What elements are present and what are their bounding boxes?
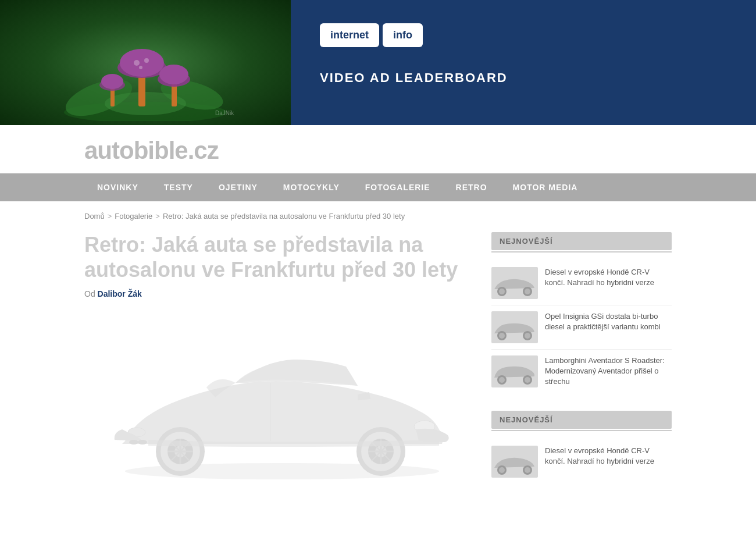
svg-point-6 [120,49,164,77]
ad-label: VIDEO AD LEADERBOARD [320,70,508,86]
ad-right-panel: internet info VIDEO AD LEADERBOARD [291,0,756,125]
sidebar-thumb-3 [491,355,538,387]
breadcrumb: Domů > Fotogalerie > Retro: Jaká auta se… [0,201,756,226]
svg-point-52 [499,467,505,473]
ad-banner: DaJNik internet info VIDEO AD LEADERBOAR… [0,0,756,125]
breadcrumb-sep2: > [155,212,160,221]
nav-item-retro[interactable]: RETRO [443,173,500,201]
svg-point-12 [159,65,188,84]
svg-point-54 [525,467,530,473]
svg-point-44 [499,333,505,339]
svg-point-15 [101,74,123,89]
sidebar-item-2[interactable]: Opel Insignia GSi dostala bi-turbo diese… [491,305,672,350]
svg-point-37 [129,440,138,444]
logo-info: info [383,23,423,47]
nav-bar: NOVINKY TESTY OJETINY MOTOCYKLY FOTOGALE… [0,173,756,201]
sidebar-car-icon-1 [491,267,538,299]
svg-point-40 [499,289,505,294]
car-illustration [90,313,468,488]
sidebar-item-text-2: Opel Insignia GSi dostala bi-turbo diese… [545,311,672,332]
sidebar-item-text-3: Lamborghini Aventador S Roadster: Modern… [545,355,672,387]
breadcrumb-home[interactable]: Domů [84,212,105,221]
sidebar-heading-2: NEJNOVĚJŠÍ [491,411,672,429]
sidebar-thumb-2 [491,311,538,343]
author-link[interactable]: Dalibor Žák [98,289,142,298]
sidebar-item-1[interactable]: Diesel v evropské Hondě CR-V končí. Nahr… [491,261,672,305]
breadcrumb-current: Retro: Jaká auta se představila na autos… [163,212,405,221]
svg-point-7 [134,60,140,66]
nav-item-motocykly[interactable]: MOTOCYKLY [270,173,352,201]
breadcrumb-sep1: > [108,212,112,221]
sidebar-section-1: NEJNOVĚJŠÍ Diesel v evropské Hondě CR-V … [491,232,672,393]
ad-logos: internet info [320,23,423,47]
svg-point-9 [139,66,142,69]
sidebar-section-2: NEJNOVĚJŠÍ Diesel v evropské Hondě CR-V … [491,411,672,483]
sidebar-thumb-1 [491,267,538,299]
logo-internet: internet [320,23,379,47]
sidebar-car-icon-2 [491,311,538,343]
svg-text:DaJNik: DaJNik [215,110,234,116]
sidebar-car-icon-3 [491,355,538,387]
article-area: Retro: Jaká auta se představila na autos… [84,232,474,501]
article-car-image [84,310,474,490]
svg-point-38 [138,440,147,444]
sidebar-item-text-1: Diesel v evropské Hondě CR-V končí. Nahr… [545,267,672,288]
breadcrumb-fotogalerie[interactable]: Fotogalerie [115,212,152,221]
author-prefix: Od [84,289,95,298]
nav-item-ojetiny[interactable]: OJETINY [206,173,270,201]
sidebar: NEJNOVĚJŠÍ Diesel v evropské Hondě CR-V … [491,232,672,501]
article-author: Od Dalibor Žák [84,289,474,298]
nav-item-motor-media[interactable]: MOTOR MEDIA [500,173,591,201]
sidebar-divider-1 [491,251,672,253]
sidebar-item-3[interactable]: Lamborghini Aventador S Roadster: Modern… [491,350,672,393]
ad-image: DaJNik [0,0,291,125]
svg-point-8 [144,58,149,63]
svg-point-50 [525,377,530,383]
nav-item-novinky[interactable]: NOVINKY [84,173,151,201]
sidebar-item-4[interactable]: Diesel v evropské Hondě CR-V končí. Nahr… [491,440,672,483]
nav-item-fotogalerie[interactable]: FOTOGALERIE [352,173,443,201]
sidebar-car-icon-4 [491,446,538,478]
svg-point-46 [525,333,530,339]
svg-point-48 [499,377,505,383]
site-logo[interactable]: autobible.cz [84,137,672,165]
article-title: Retro: Jaká auta se představila na autos… [84,232,474,282]
mushroom-illustration: DaJNik [52,5,238,121]
site-header: autobible.cz [0,125,756,173]
sidebar-item-text-4: Diesel v evropské Hondě CR-V končí. Nahr… [545,446,672,467]
svg-point-42 [525,289,530,294]
nav-item-testy[interactable]: TESTY [151,173,206,201]
sidebar-heading-1: NEJNOVĚJŠÍ [491,232,672,250]
sidebar-divider-2 [491,430,672,431]
sidebar-thumb-4 [491,446,538,478]
main-content: Retro: Jaká auta se představila na autos… [0,226,756,524]
